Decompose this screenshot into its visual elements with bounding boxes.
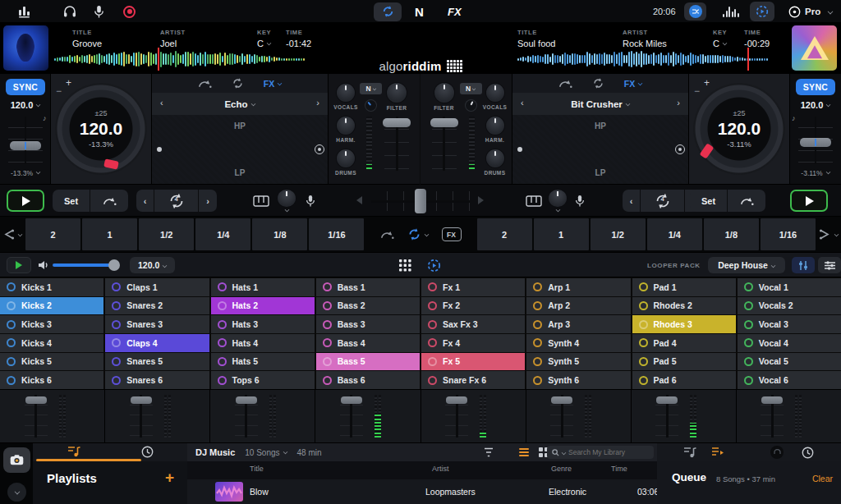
deck1-mic-icon[interactable] (306, 190, 315, 212)
camera-button[interactable] (3, 447, 30, 473)
pad-pad-6[interactable]: Pad 6 (632, 371, 736, 389)
fx-assign-button[interactable]: FX (442, 227, 462, 241)
pad-hats-5[interactable]: Hats 5 (211, 353, 315, 371)
pad-snares-3[interactable]: Snares 3 (105, 315, 209, 333)
deck1-jog-wheel[interactable]: ±25 120.0 -13.3% (55, 83, 147, 175)
pad-synth-4[interactable]: Synth 4 (526, 334, 630, 352)
deck1-crossfader-assign-icon[interactable] (0, 218, 25, 250)
strip-volume-fader[interactable] (340, 395, 363, 438)
deck1-keyboard-icon[interactable] (253, 190, 269, 212)
deck2-filter-mini-knob[interactable] (549, 190, 567, 212)
pad-vocal-5[interactable]: Vocal 5 (738, 353, 841, 371)
add-playlist-button[interactable]: + (165, 469, 174, 487)
ch2-volume-fader[interactable] (432, 117, 457, 171)
deck1-play-button[interactable] (7, 190, 44, 212)
deck2-time[interactable]: TIME-00:29 (744, 29, 770, 48)
pitch-bend-minus[interactable]: − (694, 85, 700, 97)
deck1-loop-double-button[interactable]: › (199, 190, 217, 212)
queue-music-tab[interactable] (683, 447, 696, 458)
fx-next-button[interactable]: › (677, 98, 680, 108)
beatjump-deck2-1/4[interactable]: 1/4 (647, 218, 702, 250)
pad-fx-2[interactable]: Fx 2 (421, 297, 525, 315)
ch1-drums-knob[interactable] (337, 149, 355, 167)
pad-snare-fx-6[interactable]: Snare Fx 6 (421, 371, 525, 389)
bounce-loop-icon[interactable] (198, 78, 212, 89)
pad-snares-2[interactable]: Snares 2 (105, 297, 209, 315)
deck2-loop-halve-button[interactable]: ‹ (623, 190, 641, 212)
deck1-filter-mini-knob[interactable] (278, 190, 296, 212)
deck2-loop-button[interactable]: 4 (641, 190, 685, 212)
pad-kicks-5[interactable]: Kicks 5 (0, 353, 103, 371)
deck2-pitch-value[interactable]: -3.11% (790, 169, 841, 177)
bounce-loop-icon[interactable] (380, 229, 394, 240)
headphones-icon[interactable] (62, 0, 77, 23)
deck2-fx-selector[interactable]: Bit Crusher (512, 99, 688, 109)
looper-play-button[interactable] (7, 257, 31, 273)
queue-clear-button[interactable]: Clear (812, 474, 833, 483)
deck2-keyboard-icon[interactable] (526, 190, 542, 212)
deck2-sync-button[interactable]: SYNC (796, 79, 835, 95)
deck1-loop-halve-button[interactable]: ‹ (136, 190, 154, 212)
column-artist[interactable]: Artist (432, 465, 449, 473)
beatjump-deck1-2[interactable]: 2 (25, 218, 80, 250)
crossfader-handle[interactable] (415, 189, 426, 213)
fx-prev-button[interactable]: ‹ (160, 98, 163, 108)
ch2-neural-button[interactable]: N (460, 83, 482, 94)
beatjump-deck1-1/16[interactable]: 1/16 (309, 218, 364, 250)
collapse-chevron-button[interactable] (7, 483, 26, 502)
deck1-bounce-button[interactable] (90, 190, 128, 212)
deck1-time[interactable]: TIME-01:42 (286, 29, 311, 48)
pad-kicks-6[interactable]: Kicks 6 (0, 371, 103, 389)
pad-pad-1[interactable]: Pad 1 (632, 278, 736, 296)
search-input[interactable] (568, 448, 642, 456)
vertical-faders-icon[interactable] (792, 257, 815, 273)
deck1-fx-xy-pad[interactable]: HP LP (152, 115, 328, 184)
pad-sax-fx-3[interactable]: Sax Fx 3 (421, 315, 525, 333)
ch1-harmonics-knob[interactable] (337, 117, 355, 135)
precue-toggle-icon[interactable] (770, 446, 784, 459)
pad-vocal-4[interactable]: Vocal 4 (738, 334, 841, 352)
deck2-cue-set-button[interactable]: Set (690, 190, 728, 212)
looper-bpm-button[interactable]: 120.0 (130, 257, 175, 273)
loop-mode-button[interactable] (407, 227, 429, 241)
beatjump-deck1-1/2[interactable]: 1/2 (139, 218, 194, 250)
deck2-waveform[interactable] (517, 49, 785, 69)
ch2-harmonics-knob[interactable] (486, 117, 504, 135)
pad-bass-1[interactable]: Bass 1 (316, 278, 420, 296)
deck1-fx-selector[interactable]: Echo (152, 99, 328, 109)
deck2-play-button[interactable] (790, 190, 828, 212)
ch2-vocals-knob[interactable] (486, 84, 504, 102)
deck1-pitch-value[interactable]: -13.3% (0, 169, 51, 177)
deck2-crossfader-assign-icon[interactable] (816, 218, 841, 250)
deck1-key[interactable]: KEYC (257, 29, 271, 48)
pad-arp-1[interactable]: Arp 1 (526, 278, 630, 296)
column-title[interactable]: Title (250, 465, 264, 473)
fx-next-button[interactable]: › (316, 98, 319, 108)
pad-hats-3[interactable]: Hats 3 (211, 315, 315, 333)
horizontal-sliders-icon[interactable] (818, 257, 841, 273)
queue-history-tab[interactable] (802, 447, 814, 459)
looper-panel-button[interactable] (750, 0, 774, 23)
bounce-loop-icon[interactable] (558, 78, 572, 89)
grid-view-icon[interactable] (399, 253, 411, 277)
ch1-volume-fader[interactable] (384, 117, 409, 171)
pitch-bend-plus[interactable]: + (704, 77, 710, 89)
deck2-album-art[interactable] (792, 25, 837, 71)
pad-kicks-1[interactable]: Kicks 1 (0, 278, 103, 296)
looper-pack-selector[interactable]: Deep House (708, 257, 785, 273)
pad-claps-1[interactable]: Claps 1 (105, 278, 209, 296)
pad-rhodes-3[interactable]: Rhodes 3 (632, 315, 736, 333)
pro-menu[interactable]: Pro (788, 0, 833, 23)
beatjump-deck1-1/4[interactable]: 1/4 (195, 218, 250, 250)
pad-vocal-1[interactable]: Vocal 1 (738, 278, 841, 296)
waveform-view-icon[interactable] (723, 0, 739, 23)
deck2-mic-icon[interactable] (575, 190, 585, 212)
pad-claps-4[interactable]: Claps 4 (105, 334, 209, 352)
looper-mode-button[interactable] (374, 0, 402, 23)
library-song-count[interactable]: 10 Songs (245, 448, 287, 457)
strip-volume-fader[interactable] (25, 395, 48, 438)
library-search[interactable] (547, 446, 654, 459)
crossfader[interactable] (371, 191, 470, 211)
fx-prev-button[interactable]: ‹ (521, 98, 524, 108)
pad-bass-2[interactable]: Bass 2 (316, 297, 420, 315)
